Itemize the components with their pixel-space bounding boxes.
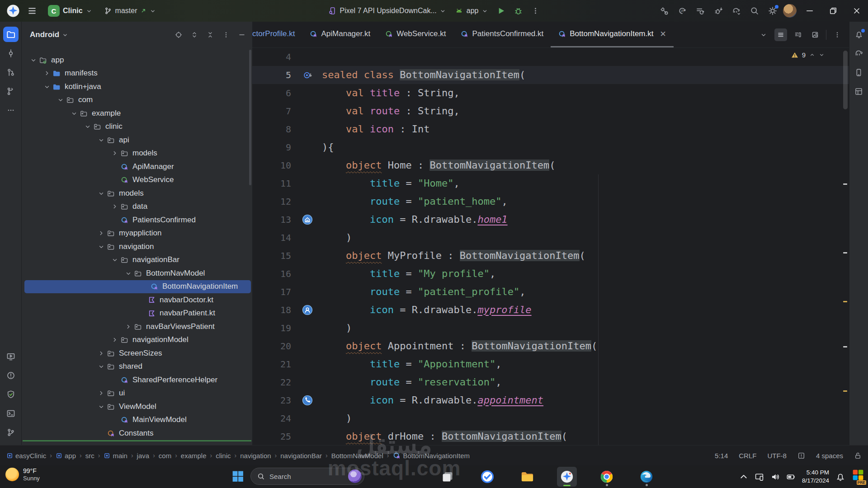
code-line-25[interactable]: 25 object drHome : BottomNavigationItem( — [252, 427, 849, 445]
code-line-23[interactable]: 23 icon = R.drawable.appointment — [252, 391, 849, 409]
chevron-right-icon[interactable] — [97, 390, 106, 396]
chevron-down-icon[interactable] — [97, 190, 106, 197]
code-line-16[interactable]: 16 title = "My profile", — [252, 265, 849, 283]
code-line-15[interactable]: 15 object MyProfile : BottomNavigationIt… — [252, 247, 849, 265]
line-number[interactable]: 8 — [252, 120, 293, 138]
settings-button[interactable] — [765, 3, 780, 19]
chevron-right-icon[interactable] — [110, 337, 119, 343]
minimize-button[interactable] — [799, 0, 820, 22]
line-number[interactable]: 20 — [252, 337, 293, 355]
chevron-right-icon[interactable] — [110, 203, 119, 210]
tool-gradle-button[interactable] — [851, 46, 867, 61]
taskbar-chrome[interactable] — [597, 467, 617, 487]
user-avatar[interactable] — [783, 4, 797, 18]
tree-item-shared[interactable]: shared — [22, 360, 252, 374]
breadcrumb-BottomNavigationItem[interactable]: BottomNavigationItem — [392, 451, 470, 460]
breadcrumb-main[interactable]: main — [104, 452, 127, 460]
tree-item-SharedPerferenceHelper[interactable]: SharedPerferenceHelper — [22, 373, 252, 387]
chevron-down-icon[interactable] — [124, 270, 133, 277]
line-number[interactable]: 14 — [252, 229, 293, 247]
chevron-down-icon[interactable] — [110, 257, 119, 263]
code-editor[interactable]: 45sealed class BottomNavigationItem(6 va… — [252, 48, 849, 445]
tree-scrollbar[interactable] — [249, 50, 251, 185]
tree-item-MainViewModel[interactable]: MainViewModel — [22, 413, 252, 427]
breadcrumb-app[interactable]: app — [56, 452, 76, 460]
more-vertical-icon[interactable] — [220, 29, 232, 41]
close-tab-icon[interactable]: ✕ — [660, 29, 666, 39]
line-number[interactable]: 9 — [252, 138, 293, 156]
chevron-right-icon[interactable] — [42, 70, 52, 76]
chevron-right-icon[interactable] — [97, 350, 106, 357]
chevron-down-icon[interactable] — [97, 137, 106, 143]
breadcrumb-navigationBar[interactable]: navigationBar — [280, 452, 322, 460]
tree-item-BottomNavModel[interactable]: BottomNavModel — [22, 267, 252, 280]
status-UTF-8[interactable]: UTF-8 — [767, 452, 787, 460]
tree-item-ui[interactable]: ui — [22, 387, 252, 400]
code-line-24[interactable]: 24 ) — [252, 409, 849, 427]
drawable-profile-icon[interactable] — [302, 305, 313, 315]
tool-merge-button[interactable] — [3, 84, 19, 99]
line-number[interactable]: 25 — [252, 427, 293, 445]
branch-selector[interactable]: master — [100, 5, 160, 17]
chevron-down-icon[interactable] — [42, 84, 52, 90]
view-split-icon[interactable] — [792, 28, 804, 41]
line-number[interactable]: 5 — [252, 66, 293, 84]
taskbar-task-view[interactable] — [438, 467, 458, 487]
line-number[interactable]: 21 — [252, 355, 293, 373]
drawable-phone-icon[interactable] — [302, 395, 313, 406]
tree-item-navigationBar[interactable]: navigationBar — [22, 253, 252, 267]
breadcrumb-com[interactable]: com — [159, 452, 171, 460]
tree-item-manifests[interactable]: manifests — [22, 67, 252, 80]
tree-item-models[interactable]: models — [22, 147, 252, 160]
tree-item-ViewModel[interactable]: ViewModel — [22, 400, 252, 413]
tab-ctorProfile.kt[interactable]: ctorProfile.kt — [252, 22, 302, 47]
tree-item-example[interactable]: example — [22, 107, 252, 120]
line-number[interactable]: 23 — [252, 391, 293, 409]
tree-item-navbarDoctor.kt[interactable]: navbarDoctor.kt — [22, 293, 252, 307]
line-number[interactable]: 16 — [252, 265, 293, 283]
tool-layout-inspector-button[interactable] — [851, 84, 867, 99]
code-line-12[interactable]: 12 route = "patient_home", — [252, 192, 849, 211]
tab-BottomNavigationItem.kt[interactable]: BottomNavigationItem.kt✕ — [551, 22, 673, 47]
tool-running-devices-button[interactable] — [3, 349, 19, 364]
clock-widget[interactable]: 5:40 PM 8/17/2024 — [802, 469, 829, 485]
notification-bell-icon[interactable] — [835, 472, 845, 482]
search-button[interactable] — [747, 3, 762, 19]
chevron-down-icon[interactable] — [97, 404, 106, 410]
more-vertical-icon[interactable] — [831, 28, 844, 41]
chevron-down-icon[interactable] — [757, 28, 770, 41]
tray-cast-icon[interactable] — [755, 472, 764, 482]
chevron-right-icon[interactable] — [110, 150, 119, 156]
tree-item-navigationModel[interactable]: navigationModel — [22, 333, 252, 347]
chevron-down-icon[interactable] — [29, 57, 38, 63]
line-number[interactable]: 6 — [252, 84, 293, 102]
tree-item-WebService[interactable]: WebService — [22, 174, 252, 187]
view-image-icon[interactable] — [809, 28, 821, 41]
close-button[interactable] — [846, 0, 867, 22]
chevron-down-icon[interactable] — [83, 123, 92, 130]
breadcrumb-src[interactable]: src — [85, 452, 94, 460]
stripe-mark[interactable] — [843, 183, 847, 185]
line-number[interactable]: 19 — [252, 319, 293, 337]
tool-notifications-button[interactable] — [851, 27, 867, 42]
code-line-13[interactable]: 13 icon = R.drawable.home1 — [252, 211, 849, 229]
tree-item-api[interactable]: api — [22, 133, 252, 147]
next-warning-icon[interactable] — [819, 52, 825, 58]
code-line-21[interactable]: 21 title = "Appointment", — [252, 355, 849, 373]
line-number[interactable]: 13 — [252, 211, 293, 229]
code-line-14[interactable]: 14 ) — [252, 229, 849, 247]
editor-scrollbar[interactable] — [843, 51, 848, 109]
breadcrumb-example[interactable]: example — [181, 452, 207, 460]
tool-problems-button[interactable] — [3, 368, 19, 383]
tool-more-horizontal-button[interactable] — [3, 103, 19, 118]
line-number[interactable]: 11 — [252, 174, 293, 192]
breadcrumb-java[interactable]: java — [137, 452, 150, 460]
code-line-7[interactable]: 7 val route : String, — [252, 102, 849, 120]
unlock-icon[interactable] — [854, 452, 862, 460]
taskbar-android-studio[interactable] — [557, 467, 577, 487]
line-number[interactable]: 22 — [252, 373, 293, 391]
tree-item-PatientsConfirmed[interactable]: PatientsConfirmed — [22, 213, 252, 227]
tree-item-ScreenSizes[interactable]: ScreenSizes — [22, 347, 252, 360]
tree-item-kotlin+java[interactable]: kotlin+java — [22, 80, 252, 94]
line-number[interactable]: 7 — [252, 102, 293, 120]
